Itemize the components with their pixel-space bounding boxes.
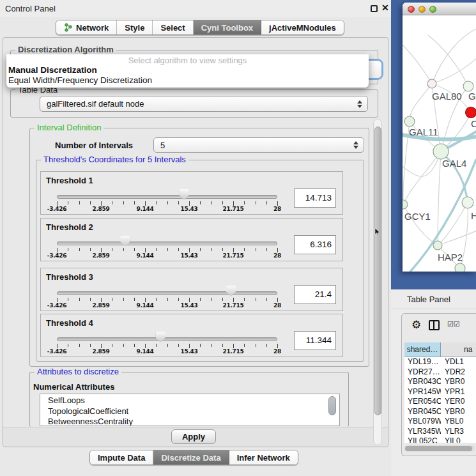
close-icon[interactable]: ✕ — [381, 3, 389, 13]
slider-tick — [200, 248, 201, 251]
threshold-panel-3: Threshold 3-3.4262.8599.14415.4321.71528… — [40, 268, 343, 311]
bottom-tab-bar: Impute DataDiscretize DataInfer Network — [89, 450, 298, 465]
slider-tick — [123, 298, 124, 301]
threshold-value-field[interactable]: 11.344 — [294, 331, 336, 350]
bottom-tab-label: Infer Network — [237, 453, 290, 463]
slider-tick — [79, 248, 80, 251]
column-header-name[interactable]: na — [441, 342, 476, 357]
slider-tick-label: 15.43 — [181, 252, 198, 259]
threshold-value-field[interactable]: 21.4 — [294, 285, 336, 304]
table-row[interactable]: YDR27…YDR2 — [404, 367, 476, 378]
slider-tick — [68, 298, 68, 301]
network-node — [466, 107, 476, 118]
main-scrollbar-thumb[interactable] — [374, 127, 381, 415]
gear-icon[interactable]: ⚙ — [411, 318, 421, 332]
slider-tick — [156, 248, 157, 251]
slider-tick — [156, 201, 157, 204]
network-node — [463, 81, 473, 91]
tab-select[interactable]: Select — [153, 20, 193, 35]
threshold-slider-track[interactable] — [57, 291, 277, 295]
slider-tick — [57, 344, 58, 348]
combo-stepper-icon[interactable] — [357, 100, 362, 108]
table-data-combo[interactable]: galFiltered.sif default node — [40, 96, 368, 112]
bottom-tab-infer-network[interactable]: Infer Network — [229, 450, 298, 464]
slider-tick — [189, 298, 190, 302]
table-header-row: shared…na — [404, 342, 476, 357]
slider-tick-label: 9.144 — [137, 252, 154, 259]
slider-tick — [222, 248, 223, 251]
slider-tick-label: 28 — [273, 252, 281, 259]
slider-tick — [222, 298, 223, 301]
threshold-value-field[interactable]: 14.713 — [294, 188, 336, 208]
column-header-shared-name[interactable]: shared… — [404, 342, 441, 357]
checkbox-columns-icon[interactable]: ☑☑ — [447, 320, 460, 328]
slider-tick — [178, 344, 179, 347]
network-icon — [64, 23, 73, 32]
slider-tick — [244, 344, 245, 347]
split-view-icon[interactable] — [429, 320, 440, 330]
combo-stepper-icon[interactable] — [353, 141, 358, 149]
table-row[interactable]: YPR145WYPR1 — [404, 387, 476, 397]
cell-name: YDR2 — [441, 367, 476, 378]
slider-tick — [266, 201, 267, 204]
network-edge — [410, 84, 432, 121]
threshold-label: Threshold 3 — [46, 272, 93, 282]
attribute-list-item[interactable]: BetweennessCentrality — [48, 417, 339, 426]
slider-tick — [134, 298, 135, 301]
network-node-label: HAP2 — [438, 252, 463, 263]
tab-network[interactable]: Network — [56, 20, 117, 35]
numerical-attributes-list[interactable]: SelfLoopsTopologicalCoefficientBetweenne… — [40, 394, 340, 426]
attribute-list-item[interactable]: TopologicalCoefficient — [48, 406, 339, 417]
tab-jactivemnodules[interactable]: jActiveMNodules — [261, 20, 344, 35]
threshold-slider-track[interactable] — [57, 337, 277, 341]
table-hscrollbar-thumb[interactable] — [405, 446, 472, 451]
table-row[interactable]: YLR345WYLR3 — [404, 427, 476, 437]
slider-tick — [90, 298, 91, 301]
threshold-panel-1: Threshold 1-3.4262.8599.14415.4321.71528… — [40, 171, 343, 215]
table-row[interactable]: YBR043CYBR0 — [404, 377, 476, 387]
popup-item-manual-discretization[interactable]: Manual Discretization — [8, 65, 97, 75]
cell-shared-name: YBR043C — [404, 377, 441, 387]
slider-tick — [266, 248, 267, 251]
slider-tick-label: 15.43 — [181, 348, 198, 355]
minimize-traffic-light-icon[interactable] — [418, 6, 426, 13]
threshold-slider-track[interactable] — [57, 242, 277, 245]
slider-tick — [277, 201, 278, 206]
slider-tick — [123, 201, 124, 204]
threshold-value-field[interactable]: 6.316 — [294, 235, 336, 254]
attributes-list-scrollbar[interactable] — [328, 396, 336, 415]
network-window-titlebar[interactable] — [403, 3, 476, 15]
tab-cyni-toolbox[interactable]: Cyni Toolbox — [194, 20, 261, 35]
tab-style[interactable]: Style — [117, 20, 153, 35]
algorithm-dropdown-popup: Select algorithm to view settings Manual… — [6, 54, 369, 88]
table-row[interactable]: YDL19…YDL1 — [404, 357, 476, 367]
slider-tick — [189, 344, 190, 348]
close-traffic-light-icon[interactable] — [408, 6, 415, 13]
slider-tick — [211, 248, 212, 251]
float-window-icon[interactable] — [371, 5, 378, 12]
popup-item-equal-width[interactable]: Equal Width/Frequency Discretization — [8, 75, 152, 85]
slider-tick — [101, 344, 102, 348]
attribute-list-item[interactable]: SelfLoops — [48, 395, 339, 406]
table-row[interactable]: YBL079WYBL0 — [404, 417, 476, 427]
bottom-tab-impute-data[interactable]: Impute Data — [90, 450, 153, 464]
cell-name: YBL0 — [441, 417, 476, 427]
zoom-traffic-light-icon[interactable] — [429, 6, 436, 13]
top-tab-bar: NetworkStyleSelectCyni ToolboxjActiveMNo… — [56, 20, 344, 35]
threshold-slider-track[interactable] — [57, 195, 277, 199]
node-table: shared…naYDL19…YDL1YDR27…YDR2YBR043CYBR0… — [404, 342, 476, 443]
bottom-tab-discretize-data[interactable]: Discretize Data — [153, 450, 229, 464]
table-row[interactable]: YBR045CYBR0 — [404, 407, 476, 417]
network-canvas[interactable]: GAL80GACGAL11GAL4GCY1HHAP2 — [403, 16, 476, 272]
slider-tick-label: -3.426 — [47, 252, 66, 259]
slider-tick — [123, 248, 124, 251]
slider-tick — [256, 201, 256, 204]
threshold-label: Threshold 4 — [46, 318, 93, 328]
control-panel-title: Control Panel — [5, 4, 56, 13]
slider-tick — [200, 344, 201, 347]
table-row[interactable]: YER054CYER0 — [404, 397, 476, 407]
table-row[interactable]: YIL052CYIL0 — [404, 436, 476, 443]
number-of-intervals-combo[interactable]: 5 — [153, 137, 364, 153]
apply-button[interactable]: Apply — [171, 429, 216, 444]
cell-shared-name: YIL052C — [404, 436, 441, 443]
